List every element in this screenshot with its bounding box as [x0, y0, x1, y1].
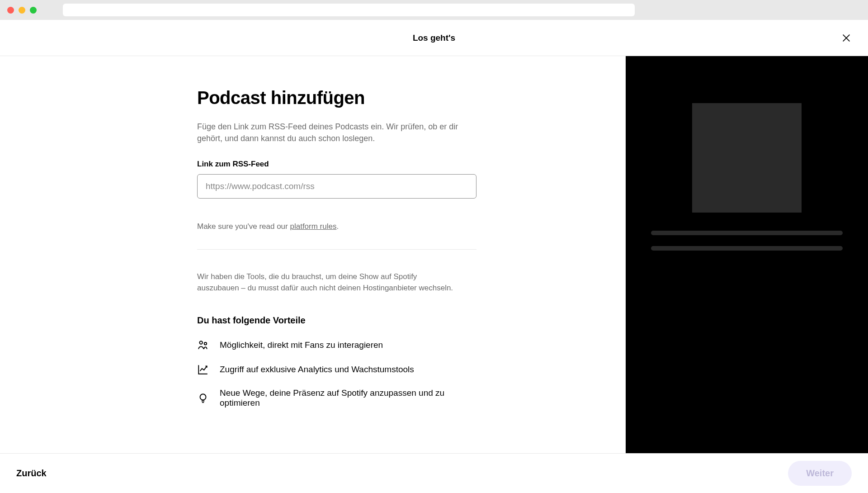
maximize-window-button[interactable] [30, 7, 37, 14]
url-bar[interactable] [63, 4, 635, 16]
bulb-icon [197, 392, 209, 404]
svg-point-2 [199, 341, 203, 345]
close-window-button[interactable] [7, 7, 14, 14]
benefits-list: Möglichkeit, direkt mit Fans zu interagi… [197, 339, 477, 408]
platform-rules-link[interactable]: platform rules [290, 222, 336, 231]
rss-field-label: Link zum RSS-Feed [197, 160, 477, 169]
app-header-title: Los geht's [413, 33, 455, 43]
preview-column [626, 56, 868, 453]
app-header: Los geht's [0, 20, 868, 56]
benefit-item: Möglichkeit, direkt mit Fans zu interagi… [197, 339, 477, 351]
benefit-text: Zugriff auf exklusive Analytics und Wach… [220, 365, 414, 374]
rules-suffix-text: . [336, 222, 339, 231]
svg-point-3 [204, 343, 207, 345]
benefit-item: Neue Wege, deine Präsenz auf Spotify anz… [197, 388, 477, 408]
close-button[interactable] [840, 32, 853, 44]
form-column: Podcast hinzufügen Füge den Link zum RSS… [0, 56, 626, 453]
benefit-text: Neue Wege, deine Präsenz auf Spotify anz… [220, 388, 477, 408]
next-button[interactable]: Weiter [788, 461, 852, 486]
benefit-item: Zugriff auf exklusive Analytics und Wach… [197, 364, 477, 375]
preview-subtitle-placeholder [651, 246, 843, 251]
svg-point-4 [200, 394, 206, 400]
rules-prefix-text: Make sure you've read our [197, 222, 290, 231]
analytics-icon [197, 364, 209, 375]
page-description: Füge den Link zum RSS-Feed deines Podcas… [197, 121, 464, 144]
section-divider [197, 249, 476, 250]
close-icon [841, 33, 851, 43]
tools-description: Wir haben die Tools, die du brauchst, um… [197, 271, 459, 294]
preview-title-placeholder [651, 231, 843, 235]
back-button[interactable]: Zurück [16, 468, 47, 479]
people-icon [197, 339, 209, 351]
main-content: Podcast hinzufügen Füge den Link zum RSS… [0, 56, 868, 453]
browser-chrome [0, 0, 868, 20]
minimize-window-button[interactable] [19, 7, 25, 14]
preview-artwork-placeholder [692, 103, 802, 213]
platform-rules-line: Make sure you've read our platform rules… [197, 222, 477, 231]
benefits-heading: Du hast folgende Vorteile [197, 315, 477, 326]
rss-feed-input[interactable] [197, 174, 476, 199]
page-title: Podcast hinzufügen [197, 88, 477, 108]
benefit-text: Möglichkeit, direkt mit Fans zu interagi… [220, 340, 383, 350]
window-controls [7, 7, 37, 14]
footer: Zurück Weiter [0, 453, 868, 493]
